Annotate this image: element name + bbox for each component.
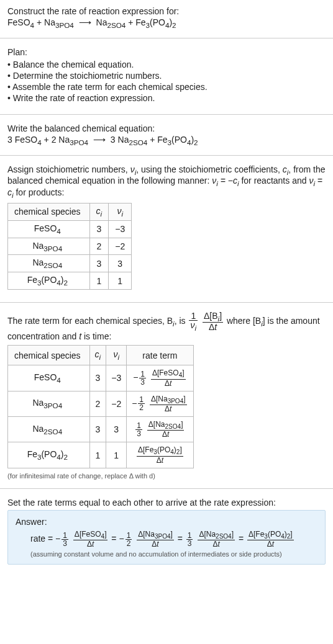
table-header: νi <box>109 203 132 220</box>
table-row: Na2SO433 <box>8 255 132 272</box>
table-header: ci <box>89 346 106 365</box>
text: for reactants and <box>239 176 309 186</box>
table-header: ci <box>89 203 109 220</box>
answer-label: Answer: <box>16 517 317 527</box>
rate-term-section: The rate term for each chemical species,… <box>0 305 333 486</box>
assign-section: Assign stoichiometric numbers, νi, using… <box>0 158 333 300</box>
text: for products: <box>14 187 65 197</box>
text: is time: <box>81 331 111 341</box>
prompt-section: Construct the rate of reaction expressio… <box>0 0 333 35</box>
table-row: Na2SO43313 Δ[Na2SO4]Δt <box>8 417 194 442</box>
divider <box>0 38 333 38</box>
table-header: chemical species <box>8 346 90 365</box>
rate-term-table: chemical speciesciνirate termFeSO43−3−13… <box>7 345 194 468</box>
plan-heading: Plan: <box>7 47 326 57</box>
text: , is <box>175 316 188 326</box>
divider <box>0 155 333 156</box>
divider <box>0 302 333 303</box>
plan-bullet: • Write the rate of reaction expression. <box>7 93 326 103</box>
table-header: νi <box>106 346 127 365</box>
answer-box: Answer: rate = −13 Δ[FeSO4]Δt = −12 Δ[Na… <box>7 510 326 565</box>
text: The rate term for each chemical species,… <box>7 316 173 326</box>
plan-list: • Balance the chemical equation.• Determ… <box>7 60 326 103</box>
page-title: Construct the rate of reaction expressio… <box>7 6 326 16</box>
infinitesimal-note: (for infinitesimal rate of change, repla… <box>7 472 326 480</box>
final-section: Set the rate terms equal to each other t… <box>0 491 333 577</box>
table-row: Na3PO42−2 <box>8 238 132 255</box>
answer-note: (assuming constant volume and no accumul… <box>16 550 317 558</box>
rate-frac: 1νi Δ[Bi]Δt <box>188 316 224 326</box>
table-row: Fe3(PO4)211 <box>8 272 132 290</box>
divider <box>0 488 333 489</box>
plan-bullet: • Determine the stoichiometric numbers. <box>7 71 326 81</box>
table-row: Fe3(PO4)211Δ[Fe3(PO4)2]Δt <box>8 442 194 468</box>
balanced-equation: 3 FeSO4 + 2 Na3PO4 ⟶ 3 Na2SO4 + Fe3(PO4)… <box>7 135 326 146</box>
plan-bullet: • Assemble the rate term for each chemic… <box>7 82 326 92</box>
balanced-heading: Write the balanced chemical equation: <box>7 123 326 133</box>
balanced-section: Write the balanced chemical equation: 3 … <box>0 117 333 153</box>
table-row: FeSO43−3 <box>8 220 132 238</box>
text: , using the stoichiometric coefficients, <box>136 164 283 174</box>
divider <box>0 114 333 115</box>
answer-expression: rate = −13 Δ[FeSO4]Δt = −12 Δ[Na3PO4]Δt … <box>16 527 317 550</box>
assign-text: Assign stoichiometric numbers, νi, using… <box>7 164 326 199</box>
rate-term-text: The rate term for each chemical species,… <box>7 311 326 341</box>
stoichiometry-table: chemical speciesciνiFeSO43−3Na3PO42−2Na2… <box>7 203 132 290</box>
table-header: rate term <box>127 346 193 365</box>
plan-bullet: • Balance the chemical equation. <box>7 60 326 69</box>
table-row: FeSO43−3−13 Δ[FeSO4]Δt <box>8 365 194 391</box>
text: Assign stoichiometric numbers, <box>7 164 130 174</box>
set-equal-text: Set the rate terms equal to each other t… <box>7 498 326 508</box>
text: where [B <box>224 316 261 326</box>
unbalanced-equation: FeSO4 + Na3PO4 ⟶ Na2SO4 + Fe3(PO4)2 <box>7 17 326 29</box>
plan-section: Plan: • Balance the chemical equation.• … <box>0 41 333 112</box>
table-header: chemical species <box>8 203 90 220</box>
table-row: Na3PO42−2−12 Δ[Na3PO4]Δt <box>8 391 194 416</box>
